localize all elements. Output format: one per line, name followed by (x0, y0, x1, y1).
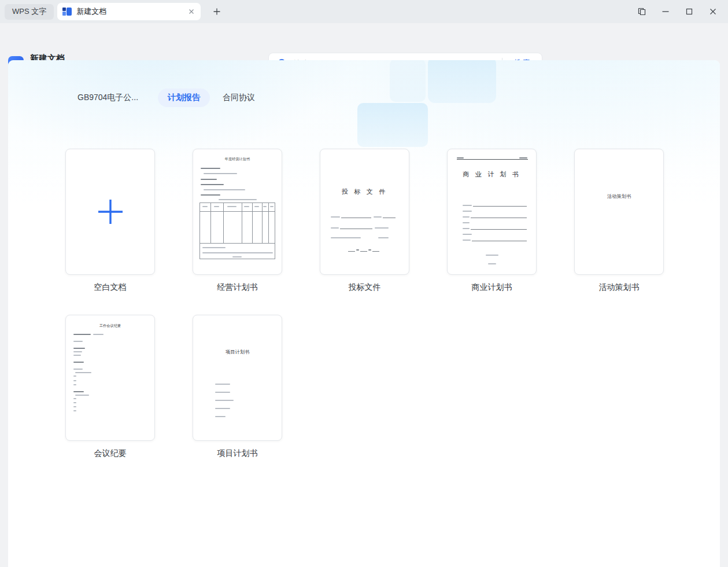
close-window-icon[interactable] (701, 0, 725, 23)
minimize-icon[interactable] (653, 0, 677, 23)
card-label: 活动策划书 (574, 282, 664, 293)
template-row-1: 空白文档 年度经营计划书 (65, 149, 664, 293)
thumbnail-title: 项目计划书 (204, 349, 271, 355)
template-thumbnail[interactable]: 商 业 计 划 书 (447, 149, 537, 275)
tab-title: 新建文档 (76, 6, 187, 17)
thumbnail-title: 商 业 计 划 书 (451, 170, 533, 179)
wps-four-squares-icon (62, 7, 72, 16)
window-tab-bar: WPS 文字 新建文档 (0, 0, 728, 23)
template-thumbnail[interactable]: 工作会议纪要 (65, 315, 155, 441)
template-thumbnail[interactable]: 投 标 文 件 (320, 149, 409, 275)
decor-square (390, 60, 426, 102)
close-tab-icon[interactable] (187, 8, 195, 16)
card-blank-document: 空白文档 (65, 149, 155, 293)
template-thumbnail[interactable]: 年度经营计划书 (193, 149, 282, 275)
decor-square (428, 60, 496, 103)
filter-plan-report-active[interactable]: 计划报告 (158, 89, 210, 107)
card-business-plan: 商 业 计 划 书 商业计划书 (447, 149, 537, 293)
template-thumbnail[interactable]: 活动策划书 (574, 149, 664, 275)
thumbnail-title: 活动策划书 (586, 193, 652, 200)
card-label: 项目计划书 (193, 448, 282, 459)
card-label: 投标文件 (320, 282, 409, 293)
filter-contract[interactable]: 合同协议 (216, 89, 262, 106)
new-tab-button[interactable] (209, 3, 225, 20)
tab-preview-icon[interactable] (630, 0, 653, 23)
filter-gb9704[interactable]: GB9704电子公... (71, 89, 145, 106)
card-label: 经营计划书 (193, 282, 282, 293)
card-label: 空白文档 (65, 282, 155, 293)
wps-home-button[interactable]: WPS 文字 (5, 4, 54, 20)
blank-document-card[interactable] (65, 149, 155, 275)
template-row-2: 工作会议纪要 会议纪要 (65, 315, 282, 459)
card-label: 商业计划书 (447, 282, 537, 293)
window-controls (630, 0, 725, 23)
card-bid-document: 投 标 文 件 投标文件 (320, 149, 409, 293)
decor-square (357, 103, 428, 147)
card-event-plan: 活动策划书 活动策划书 (574, 149, 664, 293)
thumbnail-title: 年度经营计划书 (210, 157, 265, 162)
template-panel: GB9704电子公... 计划报告 合同协议 空白文档 年度经营计划书 (8, 60, 720, 567)
card-label: 会议纪要 (65, 448, 155, 459)
thumbnail-title: 投 标 文 件 (324, 187, 405, 197)
template-thumbnail[interactable]: 项目计划书 (193, 315, 282, 441)
card-meeting-minutes: 工作会议纪要 会议纪要 (65, 315, 155, 459)
thumbnail-title: 工作会议纪要 (83, 323, 138, 329)
card-project-plan: 项目计划书 项目计划书 (193, 315, 282, 459)
thumbnail-table (199, 203, 275, 259)
category-filter-bar: GB9704电子公... 计划报告 合同协议 (71, 89, 262, 107)
plus-icon (66, 149, 154, 274)
card-business-operation-plan: 年度经营计划书 (193, 149, 282, 293)
tab-new-document[interactable]: 新建文档 (57, 3, 201, 20)
wps-home-label: WPS 文字 (12, 6, 46, 17)
maximize-icon[interactable] (677, 0, 701, 23)
page-header: W 新建文档 新建无限可能 搜索 (0, 23, 728, 60)
